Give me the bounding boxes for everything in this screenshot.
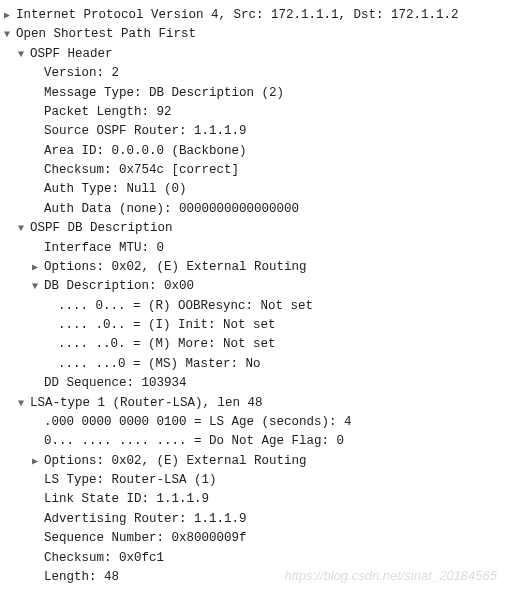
field-text: Advertising Router: 1.1.1.9 <box>44 510 247 529</box>
tree-row[interactable]: • Message Type: DB Description (2) <box>4 84 511 103</box>
field-text: Options: 0x02, (E) External Routing <box>44 452 307 471</box>
tree-row[interactable]: • Auth Data (none): 0000000000000000 <box>4 200 511 219</box>
field-text: Checksum: 0x754c [correct] <box>44 161 239 180</box>
chevron-down-icon[interactable]: ▼ <box>4 27 16 43</box>
spacer-icon: • <box>32 376 44 392</box>
field-text: LS Type: Router-LSA (1) <box>44 471 217 490</box>
field-text: Checksum: 0x0fc1 <box>44 549 164 568</box>
tree-row-db-description[interactable]: ▼ DB Description: 0x00 <box>4 277 511 296</box>
field-text: Auth Data (none): 0000000000000000 <box>44 200 299 219</box>
field-text: Length: 48 <box>44 568 119 587</box>
chevron-down-icon[interactable]: ▼ <box>32 279 44 295</box>
spacer-icon: • <box>46 318 58 334</box>
tree-row[interactable]: • .... ...0 = (MS) Master: No <box>4 355 511 374</box>
spacer-icon: • <box>46 337 58 353</box>
tree-row-ospf[interactable]: ▼ Open Shortest Path First <box>4 25 511 44</box>
tree-row-ospf-header[interactable]: ▼ OSPF Header <box>4 45 511 64</box>
spacer-icon: • <box>32 512 44 528</box>
tree-row[interactable]: • LS Type: Router-LSA (1) <box>4 471 511 490</box>
field-text: Options: 0x02, (E) External Routing <box>44 258 307 277</box>
field-text: Auth Type: Null (0) <box>44 180 187 199</box>
tree-row-lsa[interactable]: ▼ LSA-type 1 (Router-LSA), len 48 <box>4 394 511 413</box>
tree-row[interactable]: • .... 0... = (R) OOBResync: Not set <box>4 297 511 316</box>
field-text: Version: 2 <box>44 64 119 83</box>
tree-row[interactable]: • Link State ID: 1.1.1.9 <box>4 490 511 509</box>
field-text: .... ...0 = (MS) Master: No <box>58 355 261 374</box>
field-text: .... 0... = (R) OOBResync: Not set <box>58 297 313 316</box>
spacer-icon: • <box>32 86 44 102</box>
field-text: .000 0000 0000 0100 = LS Age (seconds): … <box>44 413 352 432</box>
tree-row[interactable]: • Auth Type: Null (0) <box>4 180 511 199</box>
tree-row[interactable]: • Area ID: 0.0.0.0 (Backbone) <box>4 142 511 161</box>
spacer-icon: • <box>32 531 44 547</box>
field-text: Packet Length: 92 <box>44 103 172 122</box>
spacer-icon: • <box>32 492 44 508</box>
tree-row[interactable]: • Checksum: 0x754c [correct] <box>4 161 511 180</box>
spacer-icon: • <box>32 105 44 121</box>
spacer-icon: • <box>32 66 44 82</box>
tree-row-ipv4[interactable]: ▶ Internet Protocol Version 4, Src: 172.… <box>4 6 511 25</box>
field-text: OSPF DB Description <box>30 219 173 238</box>
spacer-icon: • <box>32 570 44 586</box>
tree-row-options[interactable]: ▶ Options: 0x02, (E) External Routing <box>4 258 511 277</box>
spacer-icon: • <box>46 357 58 373</box>
field-text: DD Sequence: 103934 <box>44 374 187 393</box>
tree-row[interactable]: • Interface MTU: 0 <box>4 239 511 258</box>
tree-row[interactable]: • Advertising Router: 1.1.1.9 <box>4 510 511 529</box>
chevron-down-icon[interactable]: ▼ <box>18 47 30 63</box>
field-text: Internet Protocol Version 4, Src: 172.1.… <box>16 6 459 25</box>
tree-row[interactable]: • Version: 2 <box>4 64 511 83</box>
chevron-down-icon[interactable]: ▼ <box>18 396 30 412</box>
tree-row[interactable]: • Packet Length: 92 <box>4 103 511 122</box>
spacer-icon: • <box>32 415 44 431</box>
tree-row[interactable]: • .... ..0. = (M) More: Not set <box>4 335 511 354</box>
spacer-icon: • <box>32 182 44 198</box>
spacer-icon: • <box>32 434 44 450</box>
spacer-icon: • <box>32 202 44 218</box>
tree-row-options[interactable]: ▶ Options: 0x02, (E) External Routing <box>4 452 511 471</box>
tree-row[interactable]: • .... .0.. = (I) Init: Not set <box>4 316 511 335</box>
field-text: Area ID: 0.0.0.0 (Backbone) <box>44 142 247 161</box>
field-text: LSA-type 1 (Router-LSA), len 48 <box>30 394 263 413</box>
chevron-right-icon[interactable]: ▶ <box>32 260 44 276</box>
spacer-icon: • <box>32 124 44 140</box>
tree-row[interactable]: • Sequence Number: 0x8000009f <box>4 529 511 548</box>
spacer-icon: • <box>32 473 44 489</box>
chevron-right-icon[interactable]: ▶ <box>4 8 16 24</box>
field-text: 0... .... .... .... = Do Not Age Flag: 0 <box>44 432 344 451</box>
tree-row[interactable]: • Checksum: 0x0fc1 <box>4 549 511 568</box>
field-text: Interface MTU: 0 <box>44 239 164 258</box>
field-text: DB Description: 0x00 <box>44 277 194 296</box>
field-text: Link State ID: 1.1.1.9 <box>44 490 209 509</box>
spacer-icon: • <box>32 241 44 257</box>
tree-row[interactable]: • .000 0000 0000 0100 = LS Age (seconds)… <box>4 413 511 432</box>
spacer-icon: • <box>32 163 44 179</box>
field-text: .... .0.. = (I) Init: Not set <box>58 316 276 335</box>
chevron-right-icon[interactable]: ▶ <box>32 454 44 470</box>
field-text: Open Shortest Path First <box>16 25 196 44</box>
field-text: Message Type: DB Description (2) <box>44 84 284 103</box>
tree-row[interactable]: • 0... .... .... .... = Do Not Age Flag:… <box>4 432 511 451</box>
field-text: Source OSPF Router: 1.1.1.9 <box>44 122 247 141</box>
field-text: Sequence Number: 0x8000009f <box>44 529 247 548</box>
tree-row[interactable]: • Length: 48 <box>4 568 511 587</box>
spacer-icon: • <box>32 144 44 160</box>
chevron-down-icon[interactable]: ▼ <box>18 221 30 237</box>
field-text: OSPF Header <box>30 45 113 64</box>
field-text: .... ..0. = (M) More: Not set <box>58 335 276 354</box>
tree-row[interactable]: • Source OSPF Router: 1.1.1.9 <box>4 122 511 141</box>
tree-row-ospf-db-desc[interactable]: ▼ OSPF DB Description <box>4 219 511 238</box>
tree-row[interactable]: • DD Sequence: 103934 <box>4 374 511 393</box>
spacer-icon: • <box>46 299 58 315</box>
spacer-icon: • <box>32 551 44 567</box>
